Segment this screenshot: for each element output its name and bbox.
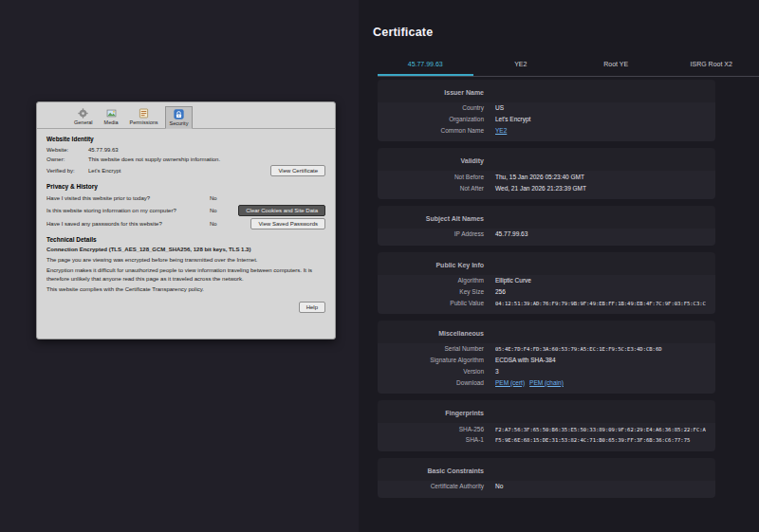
tech-line-4: This website complies with the Certifica… — [46, 285, 325, 294]
cert-section-basic-constraints: Basic ConstraintsCertificate AuthorityNo — [378, 458, 715, 498]
cert-field-label: Download — [378, 379, 484, 386]
owner-value: This website does not supply ownership i… — [88, 156, 325, 162]
cert-section-title: Validity — [378, 157, 484, 164]
cert-field-value: 04:12:51:39:AD:76:F9:79:9B:9F:49:EB:FF:1… — [495, 301, 706, 306]
cert-section-header: Subject Alt Names — [378, 206, 715, 229]
cert-field-label: Common Name — [378, 127, 484, 134]
answer-passwords: No — [210, 221, 232, 227]
gear-icon — [78, 108, 88, 119]
cert-field-row-country: CountryUS — [378, 102, 715, 114]
cert-field-row-common-name: Common NameYE2 — [378, 125, 715, 137]
cert-field-label: Country — [378, 104, 484, 111]
cert-field-value: YE2 — [495, 127, 706, 134]
view-saved-passwords-button[interactable]: View Saved Passwords — [250, 218, 325, 229]
cert-section-title: Public Key Info — [378, 262, 484, 268]
answer-visited: No — [210, 195, 232, 201]
clear-cookies-button[interactable]: Clear Cookies and Site Data — [238, 205, 325, 216]
cert-section-title: Basic Constraints — [378, 468, 484, 474]
website-label: Website: — [46, 147, 88, 153]
cert-field-value: 45.77.99.63 — [495, 230, 706, 237]
cert-field-value: ECDSA with SHA-384 — [495, 357, 706, 363]
cert-field-row-signature-algorithm: Signature AlgorithmECDSA with SHA-384 — [378, 355, 715, 366]
tab-security[interactable]: Security — [165, 106, 194, 129]
cert-section-issuer-name: Issuer NameCountryUSOrganizationLet's En… — [378, 80, 715, 141]
certificate-page-title: Certificate — [373, 26, 433, 39]
connection-encrypted-line: Connection Encrypted (TLS_AES_128_GCM_SH… — [46, 246, 325, 254]
heading-technical-details: Technical Details — [46, 236, 325, 243]
cert-section-title: Miscellaneous — [378, 330, 484, 337]
tab-permissions[interactable]: Permissions — [125, 105, 163, 128]
cert-field-row-algorithm: AlgorithmElliptic Curve — [378, 275, 715, 286]
cert-section-header: Issuer Name — [378, 80, 715, 102]
cert-field-label: Organization — [378, 116, 484, 122]
cert-field-row-sha-1: SHA-1F5:9E:6E:68:15:DE:31:53:82:4C:71:B0… — [378, 434, 715, 446]
cert-field-value: Elliptic Curve — [495, 277, 706, 284]
cert-section-header: Validity — [378, 148, 715, 171]
row-storing-info: Is this website storing information on m… — [46, 205, 325, 216]
cert-section-miscellaneous: MiscellaneousSerial Number05:4E:7D:F4:FD… — [378, 321, 715, 394]
view-certificate-button[interactable]: View Certificate — [270, 165, 325, 176]
cert-field-label: Not After — [378, 185, 484, 192]
cert-sections: Issuer NameCountryUSOrganizationLet's En… — [378, 80, 715, 504]
verified-by-value: Let's Encrypt — [88, 168, 270, 174]
tech-line-2: The page you are viewing was encrypted b… — [46, 256, 325, 265]
cert-field-label: IP Address — [378, 230, 484, 237]
page-info-body: Website Identity Website: 45.77.99.63 Ow… — [37, 129, 335, 313]
website-value: 45.77.99.63 — [88, 147, 325, 153]
question-passwords: Have I saved any passwords for this webs… — [46, 221, 210, 227]
cert-field-value: 3 — [495, 368, 706, 375]
cert-section-fingerprints: FingerprintsSHA-256F2:A7:56:3F:65:50:B6:… — [378, 400, 715, 451]
cert-tab-root-ye[interactable]: Root YE — [568, 53, 664, 76]
image-icon — [106, 108, 117, 119]
cert-field-label: Signature Algorithm — [378, 357, 484, 363]
tab-general[interactable]: General — [69, 105, 98, 128]
tab-general-label: General — [74, 119, 93, 125]
cert-tab-ye2[interactable]: YE2 — [473, 53, 569, 76]
cert-field-row-certificate-authority: Certificate AuthorityNo — [378, 481, 715, 492]
cert-field-label: Key Size — [378, 288, 484, 295]
help-button[interactable]: Help — [299, 302, 325, 313]
cert-section-validity: ValidityNot BeforeThu, 15 Jan 2026 05:23… — [378, 148, 715, 199]
heading-privacy-history: Privacy & History — [46, 183, 325, 190]
cert-field-label: Not Before — [378, 174, 484, 180]
cert-field-row-download: DownloadPEM (cert)PEM (chain) — [378, 376, 715, 388]
cert-section-header: Basic Constraints — [378, 458, 715, 481]
cert-field-label: Certificate Authority — [378, 483, 484, 489]
row-website: Website: 45.77.99.63 — [46, 145, 325, 154]
cert-field-value: 05:4E:7D:F4:FD:3A:60:53:79:A5:EC:1E:F9:5… — [495, 346, 706, 352]
cert-field-value: US — [495, 104, 706, 111]
cert-field-row-not-before: Not BeforeThu, 15 Jan 2026 05:23:40 GMT — [378, 171, 715, 182]
tab-security-label: Security — [170, 120, 189, 126]
cert-tab-45-77-99-63[interactable]: 45.77.99.63 — [378, 53, 473, 76]
page-info-tab-bar: General Media Permissions Security — [37, 102, 335, 129]
cert-link-ye2[interactable]: YE2 — [495, 127, 507, 134]
download-link-pem-cert[interactable]: PEM (cert) — [495, 379, 525, 386]
cert-field-row-not-after: Not AfterWed, 21 Jan 2026 21:23:39 GMT — [378, 182, 715, 193]
cert-field-row-key-size: Key Size256 — [378, 285, 715, 297]
cert-tab-isrg-root-x2[interactable]: ISRG Root X2 — [664, 53, 759, 76]
row-verified-by: Verified by: Let's Encrypt View Certific… — [46, 165, 325, 176]
cert-field-row-public-value: Public Value04:12:51:39:AD:76:F9:79:9B:9… — [378, 297, 715, 308]
cert-field-value: Wed, 21 Jan 2026 21:23:39 GMT — [495, 185, 706, 192]
cert-section-title: Fingerprints — [378, 410, 484, 416]
cert-field-label: Algorithm — [378, 277, 484, 284]
cert-field-label: Serial Number — [378, 345, 484, 352]
tab-media-label: Media — [104, 119, 119, 125]
tab-permissions-label: Permissions — [130, 119, 158, 125]
cert-section-header: Fingerprints — [378, 400, 715, 423]
cert-field-value: Let's Encrypt — [495, 116, 706, 122]
lock-icon — [174, 109, 184, 119]
download-link-pem-chain[interactable]: PEM (chain) — [529, 379, 564, 386]
checklist-icon — [139, 108, 149, 119]
help-row: Help — [46, 302, 325, 313]
cert-field-value: No — [495, 483, 706, 489]
row-owner: Owner: This website does not supply owne… — [46, 156, 325, 164]
answer-storing: No — [210, 208, 232, 213]
cert-field-label: SHA-256 — [378, 426, 484, 432]
cert-field-value: Thu, 15 Jan 2026 05:23:40 GMT — [495, 174, 706, 180]
cert-section-subject-alt-names: Subject Alt NamesIP Address45.77.99.63 — [378, 206, 715, 246]
tech-line-3: Encryption makes it difficult for unauth… — [46, 266, 325, 283]
tab-media[interactable]: Media — [100, 105, 123, 128]
heading-website-identity: Website Identity — [46, 136, 325, 142]
cert-field-row-sha-256: SHA-256F2:A7:56:3F:65:50:B6:35:E5:50:33:… — [378, 423, 715, 434]
